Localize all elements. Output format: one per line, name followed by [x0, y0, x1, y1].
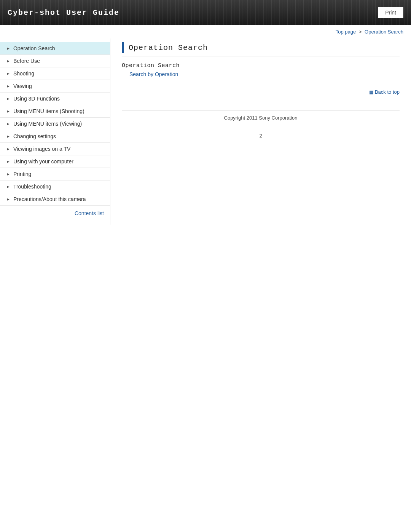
sidebar-item-label: Using with your computer: [13, 158, 73, 165]
sidebar-arrow-icon: ►: [6, 197, 10, 201]
sidebar-item-label: Using MENU items (Shooting): [13, 108, 84, 114]
sidebar-item-viewing-tv[interactable]: ►Viewing images on a TV: [0, 143, 110, 155]
search-by-operation-link[interactable]: Search by Operation: [122, 71, 400, 77]
sidebar-item-changing-settings[interactable]: ►Changing settings: [0, 130, 110, 143]
app-title: Cyber-shot User Guide: [8, 8, 119, 17]
print-button[interactable]: Print: [378, 7, 403, 18]
sidebar-arrow-icon: ►: [6, 84, 10, 88]
copyright-text: Copyright 2011 Sony Corporation: [224, 115, 298, 121]
back-to-top: ▦Back to top: [122, 89, 400, 95]
sidebar-item-label: Troubleshooting: [13, 184, 51, 190]
sidebar-item-using-3d[interactable]: ►Using 3D Functions: [0, 93, 110, 105]
sidebar-item-computer[interactable]: ►Using with your computer: [0, 155, 110, 168]
breadcrumb-top-link[interactable]: Top page: [336, 29, 356, 35]
sidebar-item-label: Using 3D Functions: [13, 96, 60, 102]
main-layout: ►Operation Search►Before Use►Shooting►Vi…: [0, 38, 411, 225]
title-accent: [122, 42, 124, 53]
sidebar-item-menu-shooting[interactable]: ►Using MENU items (Shooting): [0, 105, 110, 118]
sidebar-arrow-icon: ►: [6, 71, 10, 76]
sidebar-item-label: Operation Search: [13, 45, 55, 51]
sidebar-arrow-icon: ►: [6, 159, 10, 164]
breadcrumb: Top page > Operation Search: [0, 25, 411, 38]
sidebar-arrow-icon: ►: [6, 121, 10, 126]
header: Cyber-shot User Guide Print: [0, 0, 411, 25]
breadcrumb-current-link[interactable]: Operation Search: [365, 29, 403, 35]
sidebar-item-label: Shooting: [13, 70, 34, 77]
sidebar-item-viewing[interactable]: ►Viewing: [0, 80, 110, 93]
footer: Copyright 2011 Sony Corporation: [122, 110, 400, 125]
section-heading: Operation Search: [122, 62, 400, 69]
sidebar-item-operation-search[interactable]: ►Operation Search: [0, 42, 110, 55]
sidebar-item-shooting[interactable]: ►Shooting: [0, 67, 110, 80]
sidebar-item-troubleshooting[interactable]: ►Troubleshooting: [0, 181, 110, 193]
sidebar-item-precautions[interactable]: ►Precautions/About this camera: [0, 193, 110, 206]
sidebar-item-menu-viewing[interactable]: ►Using MENU items (Viewing): [0, 118, 110, 130]
sidebar-arrow-icon: ►: [6, 109, 10, 113]
content-area: Operation Search Operation Search Search…: [110, 38, 411, 158]
back-to-top-link[interactable]: ▦Back to top: [369, 89, 400, 95]
page-number: 2: [122, 125, 400, 146]
sidebar-item-before-use[interactable]: ►Before Use: [0, 55, 110, 67]
sidebar-item-label: Precautions/About this camera: [13, 196, 86, 202]
sidebar-arrow-icon: ►: [6, 96, 10, 101]
sidebar-arrow-icon: ►: [6, 46, 10, 51]
sidebar: ►Operation Search►Before Use►Shooting►Vi…: [0, 38, 110, 225]
sidebar-arrow-icon: ►: [6, 172, 10, 176]
sidebar-item-label: Changing settings: [13, 133, 56, 139]
sidebar-arrow-icon: ►: [6, 184, 10, 189]
content-title: Operation Search: [129, 43, 208, 52]
sidebar-arrow-icon: ►: [6, 134, 10, 139]
sidebar-item-label: Using MENU items (Viewing): [13, 121, 82, 127]
content-title-bar: Operation Search: [122, 42, 400, 56]
sidebar-item-label: Viewing: [13, 83, 32, 89]
sidebar-footer: Contents list: [0, 206, 110, 221]
sidebar-item-label: Viewing images on a TV: [13, 146, 70, 152]
sidebar-arrow-icon: ►: [6, 147, 10, 151]
contents-list-link[interactable]: Contents list: [75, 210, 104, 216]
breadcrumb-separator: >: [359, 29, 362, 35]
sidebar-arrow-icon: ►: [6, 59, 10, 63]
sidebar-item-label: Printing: [13, 171, 31, 177]
sidebar-item-printing[interactable]: ►Printing: [0, 168, 110, 181]
back-to-top-label: Back to top: [375, 89, 400, 95]
sidebar-item-label: Before Use: [13, 58, 40, 64]
back-to-top-icon: ▦: [369, 89, 373, 95]
